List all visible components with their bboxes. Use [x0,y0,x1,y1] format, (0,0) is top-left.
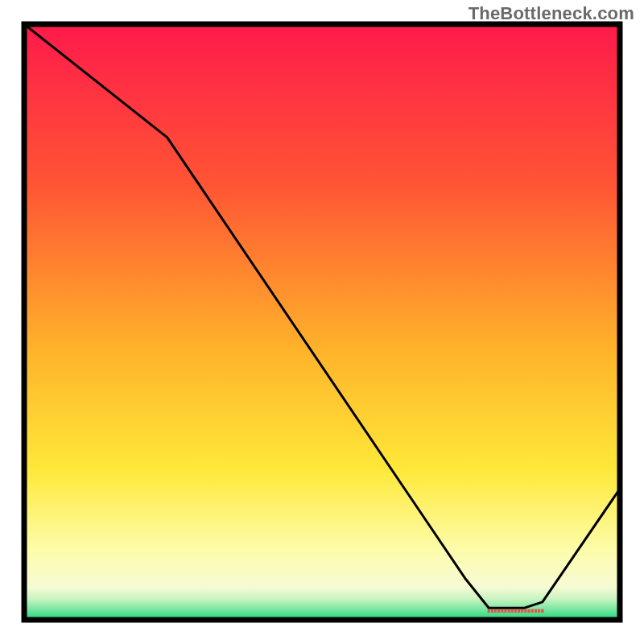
gradient-background [24,24,620,620]
svg-rect-12 [524,609,526,613]
svg-rect-11 [521,609,523,613]
chart-svg [0,0,644,644]
svg-rect-3 [494,609,497,613]
svg-rect-16 [538,609,540,613]
svg-rect-17 [541,609,543,613]
svg-rect-2 [491,609,493,613]
svg-rect-4 [497,609,500,613]
optimal-marker [488,609,544,613]
svg-rect-10 [518,609,520,613]
watermark-text: TheBottleneck.com [469,3,634,24]
svg-rect-9 [514,609,517,613]
svg-rect-8 [511,609,514,613]
svg-rect-7 [508,609,510,613]
svg-rect-14 [531,609,534,613]
svg-rect-13 [528,609,530,613]
svg-rect-1 [488,609,490,613]
svg-rect-6 [504,609,506,613]
bottleneck-chart: TheBottleneck.com [0,0,644,644]
svg-rect-15 [535,609,537,613]
svg-rect-5 [501,609,503,613]
